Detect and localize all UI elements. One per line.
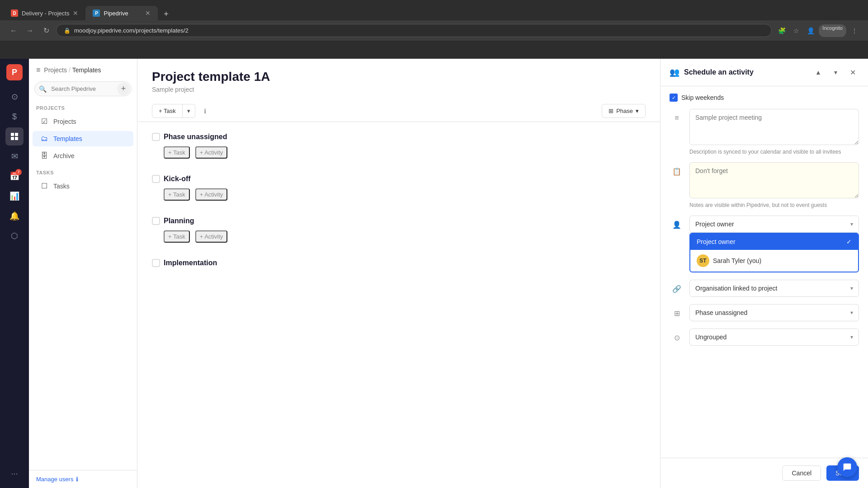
org-field-content: Organisation linked to project ▾ bbox=[689, 280, 859, 297]
profile-button[interactable]: 👤 bbox=[804, 24, 817, 37]
add-task-button[interactable]: + Task bbox=[152, 104, 183, 118]
browser-nav: ← → ↻ 🔒 moodjoy.pipedrive.com/projects/t… bbox=[0, 20, 868, 41]
add-activity-planning-label: + Activity bbox=[200, 233, 223, 240]
tab-icon-delivery: D bbox=[11, 9, 18, 17]
tab-pipedrive[interactable]: P Pipedrive ✕ bbox=[85, 6, 158, 20]
sidebar-item-projects[interactable]: ☑ Projects bbox=[33, 113, 133, 129]
sidebar-icon-alert[interactable]: 🔔 bbox=[5, 207, 24, 225]
notes-textarea[interactable] bbox=[689, 162, 859, 198]
group-field-content: Ungrouped ▾ bbox=[689, 328, 859, 346]
phase-filter-button[interactable]: ⊞ Phase ▾ bbox=[602, 104, 646, 118]
nav-menu-button[interactable]: ≡ bbox=[36, 66, 40, 74]
new-tab-button[interactable]: + bbox=[160, 8, 172, 20]
owner-option-label-sarah-tyler: Sarah Tyler (you) bbox=[713, 257, 852, 264]
sidebar-icon-box[interactable]: ⬡ bbox=[5, 227, 24, 245]
sidebar-icon-mail[interactable]: ✉ bbox=[5, 147, 24, 165]
group-select-box[interactable]: Ungrouped ▾ bbox=[689, 328, 859, 346]
forward-button[interactable]: → bbox=[24, 24, 36, 37]
phase-header-unassigned: Phase unassigned bbox=[152, 129, 646, 145]
cancel-button[interactable]: Cancel bbox=[782, 465, 821, 481]
org-select-box[interactable]: Organisation linked to project ▾ bbox=[689, 280, 859, 297]
add-task-planning-label: + Task bbox=[168, 233, 185, 240]
sidebar-item-archive[interactable]: 🗄 Archive bbox=[33, 148, 133, 164]
sidebar-icon-projects[interactable] bbox=[5, 127, 24, 145]
phase-selected-label: Phase unassigned bbox=[695, 309, 747, 316]
toolbar-info-button[interactable]: ℹ bbox=[199, 105, 212, 117]
panel-close-button[interactable]: ✕ bbox=[846, 66, 859, 79]
phase-checkbox-planning[interactable] bbox=[152, 217, 160, 225]
main-content: Project template 1A Sample project + Tas… bbox=[137, 59, 660, 488]
add-task-unassigned-button[interactable]: + Task bbox=[164, 146, 190, 159]
manage-users-info-icon: ℹ bbox=[76, 476, 78, 483]
phase-checkbox-kickoff[interactable] bbox=[152, 175, 160, 183]
tab-delivery[interactable]: D Delivery - Projects ✕ bbox=[4, 6, 85, 20]
phase-header-implementation: Implementation bbox=[152, 255, 646, 271]
group-icon: ⊙ bbox=[670, 330, 684, 345]
notes-icon: 📋 bbox=[670, 164, 684, 178]
phase-checkbox-implementation[interactable] bbox=[152, 259, 160, 267]
chat-bubble-button[interactable] bbox=[837, 457, 857, 477]
tab-icon-pipedrive: P bbox=[93, 9, 100, 17]
sidebar-more-button[interactable]: ··· bbox=[5, 465, 24, 483]
group-chevron-icon: ▾ bbox=[850, 334, 853, 340]
browser-actions: 🧩 ☆ 👤 Incognito ⋮ bbox=[775, 24, 861, 37]
manage-users-link[interactable]: Manage users ℹ bbox=[36, 476, 130, 483]
phase-checkbox-unassigned[interactable] bbox=[152, 133, 160, 141]
sidebar-icon-chart[interactable]: 📊 bbox=[5, 187, 24, 205]
breadcrumb-parent[interactable]: Projects bbox=[44, 66, 67, 74]
svg-rect-0 bbox=[11, 133, 14, 136]
address-bar[interactable]: 🔒 moodjoy.pipedrive.com/projects/templat… bbox=[56, 24, 772, 37]
add-activity-planning-button[interactable]: + Activity bbox=[195, 230, 228, 243]
add-task-planning-button[interactable]: + Task bbox=[164, 230, 190, 243]
add-task-group: + Task ▾ bbox=[152, 104, 195, 118]
extensions-button[interactable]: 🧩 bbox=[775, 24, 788, 37]
add-activity-kickoff-button[interactable]: + Activity bbox=[195, 188, 228, 201]
panel-collapse-button[interactable]: ▲ bbox=[812, 66, 825, 79]
sidebar-icon-calendar[interactable]: 📅 7 bbox=[5, 167, 24, 185]
sidebar-icon-dollar[interactable]: $ bbox=[5, 108, 24, 126]
refresh-button[interactable]: ↻ bbox=[40, 24, 52, 37]
add-task-kickoff-button[interactable]: + Task bbox=[164, 188, 190, 201]
sidebar-item-templates[interactable]: 🗂 Templates bbox=[33, 131, 133, 146]
description-hint: Description is synced to your calendar a… bbox=[689, 149, 859, 155]
panel-title-icon: 👥 bbox=[670, 67, 679, 77]
sidebar-item-tasks[interactable]: ☐ Tasks bbox=[33, 178, 133, 194]
search-bar: 🔍 + bbox=[34, 81, 132, 96]
org-icon: 🔗 bbox=[670, 282, 684, 296]
tab-close-delivery[interactable]: ✕ bbox=[73, 9, 78, 17]
owner-select-box[interactable]: Project owner ▾ bbox=[689, 216, 859, 233]
skip-weekends-checkbox[interactable]: ✓ bbox=[670, 94, 678, 102]
notes-hint: Notes are visible within Pipedrive, but … bbox=[689, 202, 859, 208]
owner-field-group: 👤 Project owner ▾ Project owner ✓ bbox=[670, 216, 859, 272]
sidebar-icon-home[interactable]: ⊙ bbox=[5, 88, 24, 106]
add-button[interactable]: + bbox=[117, 83, 130, 95]
tab-label-delivery: Delivery - Projects bbox=[22, 10, 69, 17]
tab-close-pipedrive[interactable]: ✕ bbox=[145, 9, 151, 17]
owner-option-project-owner[interactable]: Project owner ✓ bbox=[690, 234, 858, 250]
description-textarea[interactable] bbox=[689, 109, 859, 145]
tab-label-pipedrive: Pipedrive bbox=[104, 10, 128, 17]
bookmark-button[interactable]: ☆ bbox=[790, 24, 802, 37]
add-activity-unassigned-button[interactable]: + Activity bbox=[195, 146, 228, 159]
back-button[interactable]: ← bbox=[7, 24, 20, 37]
owner-option-sarah-tyler[interactable]: ST Sarah Tyler (you) bbox=[690, 250, 858, 272]
phase-select-box[interactable]: Phase unassigned ▾ bbox=[689, 304, 859, 321]
app-logo: P bbox=[6, 64, 23, 80]
phases-list: Phase unassigned + Task + Activity Kick-… bbox=[137, 122, 660, 488]
panel-expand-button[interactable]: ▾ bbox=[829, 66, 842, 79]
owner-dropdown: Project owner ✓ ST Sarah Tyler (you) bbox=[689, 233, 859, 272]
breadcrumb: Projects / Templates bbox=[44, 66, 101, 74]
sidebar-item-label-archive: Archive bbox=[53, 152, 75, 160]
page-title: Project template 1A bbox=[152, 70, 646, 84]
owner-option-check: ✓ bbox=[846, 238, 852, 245]
add-task-dropdown-button[interactable]: ▾ bbox=[183, 104, 195, 118]
panel-footer: Cancel Save bbox=[660, 458, 868, 488]
skip-weekends-label: Skip weekends bbox=[681, 94, 724, 101]
schedule-panel: 👥 Schedule an activity ▲ ▾ ✕ ✓ Skip week… bbox=[660, 59, 868, 488]
phase-section-planning: Planning + Task + Activity bbox=[152, 213, 646, 244]
phase-chevron-icon: ▾ bbox=[636, 108, 639, 114]
menu-button[interactable]: ⋮ bbox=[848, 24, 861, 37]
org-selected-label: Organisation linked to project bbox=[695, 285, 777, 292]
archive-icon: 🗄 bbox=[40, 152, 49, 160]
org-chevron-icon: ▾ bbox=[850, 285, 853, 291]
